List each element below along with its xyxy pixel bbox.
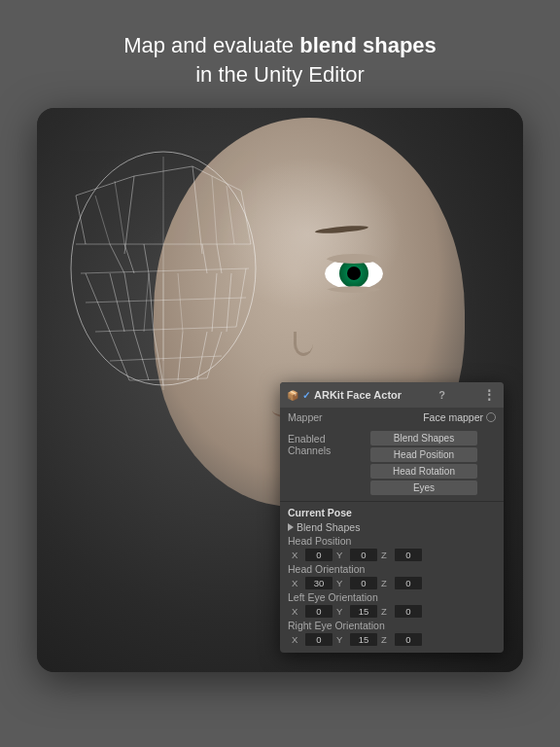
head-pos-y[interactable]: [350, 549, 377, 561]
wireframe-svg: [56, 118, 280, 429]
right-eye-z-label: Z: [381, 634, 391, 645]
svg-line-3: [192, 166, 241, 191]
channel-head-rotation[interactable]: Head Rotation: [370, 464, 477, 479]
svg-line-26: [110, 332, 129, 380]
panel-header: 📦 ✓ ARKit Face Actor ? ⋮: [280, 382, 504, 408]
left-eye-z[interactable]: [395, 605, 422, 618]
svg-line-1: [76, 176, 134, 196]
svg-line-27: [134, 332, 149, 380]
svg-line-31: [207, 332, 222, 378]
left-eye-xyz: X Y Z: [292, 605, 496, 618]
svg-line-5: [241, 191, 251, 244]
svg-line-32: [95, 196, 110, 244]
channel-blend-shapes[interactable]: Blend Shapes: [370, 431, 477, 445]
svg-line-34: [212, 176, 217, 244]
svg-line-13: [110, 356, 222, 361]
blend-shapes-row[interactable]: Blend Shapes: [288, 521, 496, 533]
current-pose-section: Current Pose Blend Shapes Head Position …: [280, 502, 504, 653]
left-eye-x-label: X: [292, 606, 301, 617]
header-line1: Map and evaluate: [123, 33, 299, 57]
svg-line-39: [129, 378, 207, 380]
svg-line-33: [115, 181, 124, 244]
mapper-circle-icon[interactable]: [486, 412, 496, 422]
svg-line-21: [124, 273, 134, 332]
svg-line-4: [76, 196, 86, 244]
svg-line-14: [110, 244, 124, 273]
svg-line-18: [217, 244, 222, 273]
eye-pupil: [347, 267, 361, 280]
svg-line-22: [149, 273, 154, 332]
svg-line-17: [202, 244, 207, 273]
unity-panel: 📦 ✓ ARKit Face Actor ? ⋮ Mapper Face map…: [280, 382, 504, 653]
channels-layout: Enabled Channels Blend Shapes Head Posit…: [288, 431, 496, 495]
svg-line-30: [197, 332, 207, 380]
left-eye-y[interactable]: [350, 605, 377, 618]
left-eye-x[interactable]: [305, 605, 332, 618]
head-pos-z-label: Z: [381, 550, 391, 560]
scene-container: 📦 ✓ ARKit Face Actor ? ⋮ Mapper Face map…: [37, 108, 523, 672]
head-orient-title: Head Orientation: [288, 563, 496, 575]
panel-question-icon: ?: [438, 389, 445, 401]
channel-buttons: Blend Shapes Head Position Head Rotation…: [370, 431, 477, 495]
svg-line-12: [95, 327, 236, 332]
right-eye-xyz: X Y Z: [292, 633, 496, 646]
right-eye-z[interactable]: [395, 633, 422, 646]
svg-line-24: [227, 273, 231, 332]
head-orient-x-label: X: [292, 578, 301, 588]
eye-container: [325, 254, 383, 293]
left-eye-title: Left Eye Orientation: [288, 591, 496, 603]
mapper-row: Mapper Face mapper: [280, 408, 504, 427]
header-bold: blend shapes: [299, 33, 437, 57]
nose: [294, 332, 313, 356]
svg-line-23: [212, 273, 217, 332]
mapper-label: Mapper: [288, 411, 423, 423]
svg-line-6: [124, 176, 134, 254]
right-eye-y-label: Y: [336, 634, 346, 645]
svg-line-7: [192, 166, 202, 254]
panel-dots-icon: ⋮: [482, 387, 497, 403]
head-orient-x[interactable]: [305, 577, 332, 589]
head-pos-x-label: X: [292, 550, 301, 560]
svg-line-15: [124, 244, 134, 273]
right-eye-x-label: X: [292, 634, 301, 645]
right-eye-x[interactable]: [305, 633, 332, 646]
panel-check: ✓: [302, 390, 310, 401]
head-pos-y-label: Y: [336, 550, 346, 560]
head-orient-y[interactable]: [350, 577, 377, 589]
head-pos-x[interactable]: [305, 549, 332, 561]
svg-line-35: [227, 186, 234, 244]
svg-line-16: [144, 244, 149, 273]
header: Map and evaluate blend shapes in the Uni…: [94, 31, 466, 89]
right-eye-title: Right Eye Orientation: [288, 620, 496, 631]
blend-shapes-label: Blend Shapes: [297, 521, 360, 533]
header-line2: in the Unity Editor: [195, 62, 365, 87]
channel-head-position[interactable]: Head Position: [370, 447, 477, 462]
blend-shapes-triangle: [288, 523, 294, 531]
head-orient-z[interactable]: [395, 577, 422, 589]
svg-line-20: [110, 273, 124, 332]
enabled-channels-label: Enabled Channels: [288, 431, 370, 456]
panel-icon-cube: 📦: [287, 390, 298, 401]
head-orient-y-label: Y: [336, 578, 346, 588]
svg-line-11: [86, 298, 246, 302]
svg-line-37: [178, 273, 183, 332]
left-eye-z-label: Z: [381, 606, 391, 617]
current-pose-title: Current Pose: [288, 507, 496, 518]
left-eye-y-label: Y: [336, 606, 346, 617]
svg-line-29: [178, 332, 183, 380]
head-orient-xyz: X Y Z: [292, 577, 496, 589]
channel-eyes[interactable]: Eyes: [370, 480, 477, 495]
head-pos-xyz: X Y Z: [292, 549, 496, 561]
right-eye-y[interactable]: [350, 633, 377, 646]
head-orient-z-label: Z: [381, 578, 391, 588]
enabled-channels-section: Enabled Channels Blend Shapes Head Posit…: [280, 427, 504, 502]
head-pos-z[interactable]: [395, 549, 422, 561]
svg-line-36: [144, 273, 149, 332]
mapper-value: Face mapper: [423, 411, 496, 423]
head-position-title: Head Position: [288, 535, 496, 547]
svg-line-10: [81, 268, 249, 273]
panel-title: ARKit Face Actor: [314, 389, 402, 401]
mapper-value-text: Face mapper: [423, 411, 483, 423]
